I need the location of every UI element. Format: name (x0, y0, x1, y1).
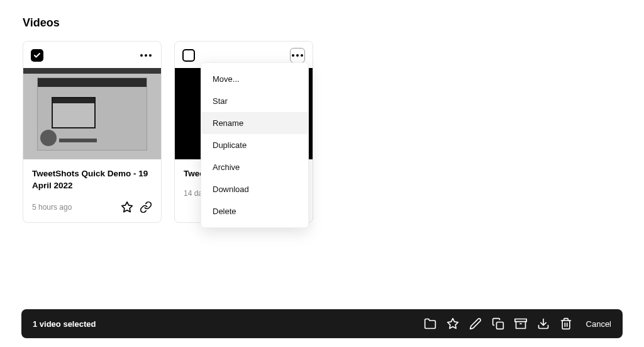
delete-button[interactable] (560, 317, 572, 330)
more-icon (292, 54, 303, 57)
star-button[interactable] (121, 201, 133, 213)
svg-rect-3 (514, 319, 526, 322)
move-folder-button[interactable] (424, 317, 436, 330)
video-card-grid: TweetShots Quick Demo - 19 April 2022 5 … (0, 30, 644, 223)
check-icon (33, 52, 41, 59)
selection-bar: 1 video selected Cancel (21, 309, 623, 338)
menu-item-rename[interactable]: Rename (201, 112, 308, 134)
menu-item-star[interactable]: Star (201, 90, 308, 112)
star-icon (447, 317, 459, 330)
card-actions (121, 201, 152, 213)
menu-item-archive[interactable]: Archive (201, 156, 308, 178)
selection-count: 1 video selected (33, 319, 96, 329)
video-title: TweetShots Quick Demo - 19 April 2022 (32, 168, 152, 192)
menu-item-duplicate[interactable]: Duplicate (201, 134, 308, 156)
cancel-button[interactable]: Cancel (586, 319, 611, 329)
star-button[interactable] (447, 317, 459, 330)
duplicate-button[interactable] (492, 317, 504, 330)
copy-icon (492, 317, 504, 330)
more-options-button[interactable] (290, 48, 305, 63)
select-checkbox[interactable] (182, 49, 195, 62)
selection-actions: Cancel (424, 317, 611, 330)
menu-item-download[interactable]: Download (201, 178, 308, 200)
download-icon (537, 317, 550, 330)
menu-item-delete[interactable]: Delete (201, 200, 308, 222)
video-thumbnail[interactable] (23, 68, 161, 159)
video-timestamp: 5 hours ago (32, 203, 72, 212)
pencil-icon (469, 317, 482, 330)
page-title: Videos (0, 0, 644, 30)
link-button[interactable] (140, 201, 152, 213)
star-icon (121, 201, 133, 213)
archive-button[interactable] (514, 317, 527, 330)
svg-marker-0 (122, 202, 133, 212)
more-icon (140, 54, 152, 57)
svg-rect-2 (496, 322, 503, 329)
card-top-row (23, 42, 161, 68)
link-icon (140, 201, 152, 213)
more-options-button[interactable] (138, 48, 153, 63)
video-card[interactable]: TweetShots Quick Demo - 19 April 2022 5 … (23, 41, 162, 223)
trash-icon (560, 317, 572, 330)
menu-item-move[interactable]: Move... (201, 68, 308, 90)
card-body: TweetShots Quick Demo - 19 April 2022 5 … (23, 159, 161, 222)
select-checkbox[interactable] (31, 49, 43, 62)
context-menu: Move... Star Rename Duplicate Archive Do… (201, 62, 309, 228)
svg-marker-1 (447, 319, 458, 329)
archive-icon (514, 317, 527, 330)
folder-icon (424, 317, 436, 330)
download-button[interactable] (537, 317, 550, 330)
edit-button[interactable] (469, 317, 482, 330)
card-footer: 5 hours ago (32, 201, 152, 213)
